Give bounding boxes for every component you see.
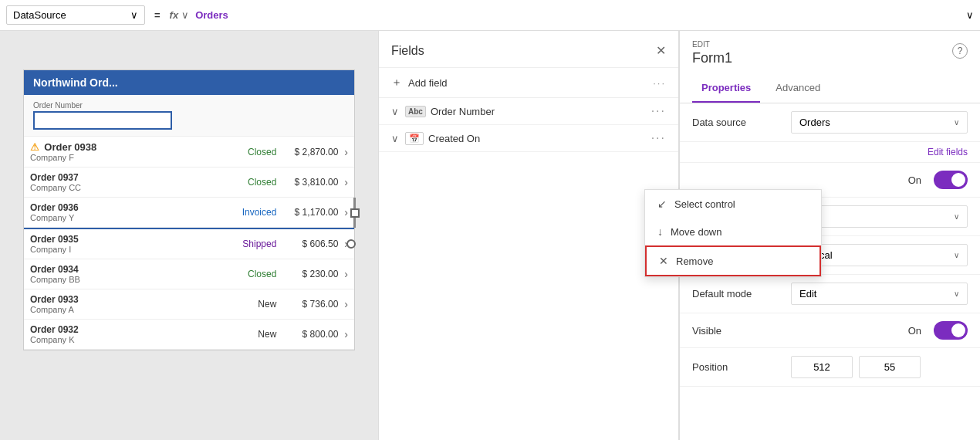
order-input-label: Order Number xyxy=(33,101,345,110)
order-number-menu-button[interactable]: ··· xyxy=(651,104,666,118)
remove-icon: ✕ xyxy=(659,255,668,267)
prop-tabs: Properties Advanced xyxy=(680,76,980,103)
visible-toggle-area: On xyxy=(791,321,968,340)
table-row: Order 0934 Company BB Closed $ 230.00 › xyxy=(24,259,354,289)
position-label: Position xyxy=(692,361,785,373)
fields-title: Fields xyxy=(391,44,424,58)
snap-toggle[interactable] xyxy=(934,171,968,189)
data-source-row: Data source Orders ∨ xyxy=(680,103,980,142)
expand-order-number[interactable]: ∨ xyxy=(391,106,399,117)
data-source-chevron: ∨ xyxy=(954,118,959,127)
expand-created-on[interactable]: ∨ xyxy=(391,133,399,144)
edit-fields-link[interactable]: Edit fields xyxy=(928,147,968,157)
order-info: Order 0937 Company CC xyxy=(30,172,215,192)
order-chevron[interactable]: › xyxy=(344,146,348,158)
position-inputs xyxy=(791,356,921,378)
equals-sign: = xyxy=(151,9,164,21)
position-y-input[interactable] xyxy=(859,356,921,378)
add-icon: ＋ xyxy=(391,76,402,90)
fields-panel: Fields ✕ ＋ Add field ··· ∨ Abc Order Num… xyxy=(378,31,679,440)
select-control-menu-item[interactable]: ↙ Select control xyxy=(645,190,821,218)
tab-advanced[interactable]: Advanced xyxy=(766,76,830,103)
table-row: Order 0936 Company Y Invoiced $ 1,170.00… xyxy=(24,198,354,228)
default-mode-select[interactable]: Edit ∨ xyxy=(791,283,968,305)
default-mode-row: Default mode Edit ∨ xyxy=(680,275,980,313)
order-id: ⚠ Order 0938 xyxy=(30,141,215,153)
order-chevron[interactable]: › xyxy=(344,176,348,188)
edit-label: EDIT xyxy=(680,31,980,50)
orders-header: Northwind Ord... xyxy=(24,70,354,95)
order-status: Closed xyxy=(215,147,276,157)
datasource-label: DataSource xyxy=(13,9,66,21)
datasource-chevron: ∨ xyxy=(130,9,138,21)
order-number-input[interactable] xyxy=(33,111,172,130)
order-amount: $ 3,810.00 xyxy=(276,177,338,188)
order-amount: $ 2,870.00 xyxy=(276,147,338,157)
field-item-created-on: ∨ 📅 Created On ··· xyxy=(379,125,678,152)
move-down-label: Move down xyxy=(671,226,721,238)
add-field-label: Add field xyxy=(408,77,448,89)
close-fields-button[interactable]: ✕ xyxy=(656,43,666,58)
fx-chevron: ∨ xyxy=(181,9,189,21)
remove-label: Remove xyxy=(676,256,713,267)
order-status: Closed xyxy=(215,177,276,188)
order-input-area: Order Number xyxy=(24,95,354,137)
visible-row: Visible On xyxy=(680,313,980,348)
main-area: Northwind Ord... Order Number ⚠ Order 09… xyxy=(0,31,980,440)
calendar-icon: 📅 xyxy=(405,132,424,145)
field-item-order-number: ∨ Abc Order Number ··· xyxy=(379,98,678,125)
table-row: ⚠ Order 0938 Company F Closed $ 2,870.00… xyxy=(24,137,354,168)
visible-toggle[interactable] xyxy=(934,321,968,340)
datasource-dropdown[interactable]: DataSource ∨ xyxy=(6,5,145,25)
columns-chevron: ∨ xyxy=(954,212,959,221)
visible-label: Visible xyxy=(692,325,785,337)
divider-handle-2[interactable] xyxy=(346,239,356,249)
default-mode-chevron: ∨ xyxy=(954,289,959,298)
canvas-panel: Northwind Ord... Order Number ⚠ Order 09… xyxy=(0,31,378,440)
edit-fields-row: Edit fields xyxy=(680,142,980,163)
default-mode-value: Edit xyxy=(799,288,816,300)
select-control-icon: ↙ xyxy=(657,198,667,210)
data-source-select[interactable]: Orders ∨ xyxy=(791,111,968,134)
snap-toggle-label: On xyxy=(908,174,921,186)
layout-chevron: ∨ xyxy=(954,251,959,259)
position-row: Position xyxy=(680,348,980,387)
add-field-row[interactable]: ＋ Add field ··· xyxy=(379,68,678,98)
visible-toggle-label: On xyxy=(908,325,921,337)
remove-menu-item[interactable]: ✕ Remove xyxy=(645,245,821,276)
table-row: Order 0932 Company K New $ 800.00 › xyxy=(24,320,354,350)
form-title: Form1 xyxy=(680,50,980,76)
help-icon[interactable]: ? xyxy=(952,43,968,59)
created-on-menu-button[interactable]: ··· xyxy=(651,131,666,145)
default-mode-label: Default mode xyxy=(692,288,785,300)
select-control-label: Select control xyxy=(674,198,735,210)
formula-value: Orders xyxy=(195,9,960,21)
formula-bar: Orders xyxy=(195,9,960,21)
table-row: Order 0937 Company CC Closed $ 3,810.00 … xyxy=(24,168,354,198)
data-source-value: Orders xyxy=(799,117,830,128)
fx-button[interactable]: fx ∨ xyxy=(170,9,190,21)
orders-table: Northwind Ord... Order Number ⚠ Order 09… xyxy=(23,69,355,350)
data-source-label: Data source xyxy=(692,117,785,128)
table-row: Order 0933 Company A New $ 736.00 › xyxy=(24,289,354,320)
add-field-more[interactable]: ··· xyxy=(653,77,666,89)
top-bar-right: ∨ xyxy=(966,9,974,21)
order-info: ⚠ Order 0938 Company F xyxy=(30,141,215,162)
move-down-icon: ↓ xyxy=(657,225,663,238)
warning-icon: ⚠ xyxy=(30,141,39,153)
field-name-order-number: Order Number xyxy=(431,106,651,117)
move-down-menu-item[interactable]: ↓ Move down xyxy=(645,218,821,245)
position-x-input[interactable] xyxy=(791,356,853,378)
fx-icon: fx xyxy=(170,9,179,21)
top-chevron: ∨ xyxy=(966,9,974,21)
top-bar: DataSource ∨ = fx ∨ Orders ∨ xyxy=(0,0,980,31)
divider xyxy=(353,198,356,228)
table-row: Order 0935 Company I Shipped $ 606.50 › xyxy=(24,228,354,259)
fields-header: Fields ✕ xyxy=(379,31,678,68)
field-name-created-on: Created On xyxy=(428,133,651,144)
divider-handle[interactable] xyxy=(350,208,360,218)
context-menu: ↙ Select control ↓ Move down ✕ Remove xyxy=(644,189,822,277)
abc-icon: Abc xyxy=(405,106,426,117)
tab-properties[interactable]: Properties xyxy=(692,76,760,103)
